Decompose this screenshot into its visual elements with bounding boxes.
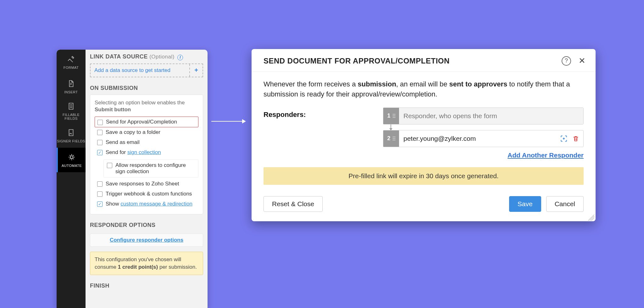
add-data-source[interactable]: Add a data source to get started + (90, 63, 203, 77)
nav-item-fillable-fields[interactable]: FILLABLE FIELDS (57, 99, 86, 123)
nav-label: FORMAT (64, 66, 79, 69)
signer-fields-icon (66, 128, 76, 137)
plus-icon[interactable]: + (189, 64, 203, 77)
responder-input[interactable] (399, 130, 559, 147)
responders-list: 1 2 (383, 107, 584, 159)
add-responder: Add Another Responder (383, 151, 584, 159)
select-responder-icon[interactable] (559, 134, 568, 143)
nav-item-signer-fields[interactable]: SIGNER FIELDS (57, 123, 86, 148)
reset-close-button[interactable]: Reset & Close (264, 196, 323, 212)
close-icon[interactable]: ✕ (577, 56, 587, 66)
info-icon[interactable]: i (177, 55, 183, 60)
responder-input (399, 108, 583, 124)
settings-pane: LINK DATA SOURCE (Optional) i Add a data… (86, 50, 208, 308)
arrow-icon (211, 119, 246, 124)
option-send-for-approval[interactable]: Send for Approval/Completion (95, 117, 198, 127)
cancel-button[interactable]: Cancel (546, 196, 584, 212)
checkbox-checked[interactable] (97, 150, 103, 155)
option-allow-responders-configure[interactable]: Allow responders to configure sign colle… (103, 159, 198, 178)
dialog-header: SEND DOCUMENT FOR APPROVAL/COMPLETION ? … (252, 49, 596, 72)
automate-icon (67, 152, 76, 162)
approval-dialog: SEND DOCUMENT FOR APPROVAL/COMPLETION ? … (252, 49, 596, 221)
checkbox[interactable] (97, 130, 103, 135)
option-send-email[interactable]: Send as email (95, 137, 198, 147)
drag-handle[interactable]: 1 (383, 108, 399, 124)
nav-rail: FORMAT INSERT FILLABLE FIELDS SIGNER FIE… (57, 50, 86, 308)
add-another-responder-link[interactable]: Add Another Responder (508, 151, 584, 159)
nav-item-format[interactable]: FORMAT (57, 50, 86, 74)
configure-responder-link[interactable]: Configure responder options (110, 237, 183, 243)
on-submission-title: ON SUBMISSION (90, 85, 203, 91)
connector-arrow-icon (391, 124, 391, 130)
checkbox-checked[interactable] (97, 201, 103, 207)
dialog-body: Whenever the form receives a submission,… (252, 72, 596, 189)
credit-info: This configuration you've chosen will co… (90, 252, 203, 275)
nav-label: FILLABLE FIELDS (57, 113, 86, 120)
dialog-title: SEND DOCUMENT FOR APPROVAL/COMPLETION (264, 57, 562, 65)
row-actions (559, 130, 583, 147)
checkbox[interactable] (97, 140, 103, 145)
link-data-source-title: LINK DATA SOURCE (Optional) i (90, 53, 203, 60)
nav-label: INSERT (64, 90, 78, 94)
responders-block: Responders: 1 2 (264, 107, 584, 159)
help-icon[interactable]: ? (562, 56, 571, 66)
responder-options-title: RESPONDER OPTIONS (90, 222, 203, 228)
option-show-custom-message[interactable]: Show custom message & redirection (95, 199, 198, 209)
option-save-zoho-sheet[interactable]: Save responses to Zoho Sheet (95, 179, 198, 189)
format-icon (66, 54, 76, 64)
nav-label: SIGNER FIELDS (57, 139, 85, 143)
custom-message-link[interactable]: custom message & redirection (120, 201, 192, 207)
submission-options: Send for Approval/Completion Save a copy… (95, 117, 198, 209)
drag-dots-icon (393, 114, 395, 118)
checkbox[interactable] (97, 181, 103, 187)
option-send-for-sign-collection[interactable]: Send for sign collection (95, 147, 198, 157)
save-button[interactable]: Save (509, 196, 541, 212)
responder-row: 2 (383, 130, 584, 147)
delete-icon[interactable] (572, 135, 580, 142)
on-submission-card: Selecting an option below enables the Su… (90, 95, 203, 215)
responders-label: Responders: (264, 107, 370, 159)
checkbox[interactable] (97, 191, 103, 197)
checkbox[interactable] (107, 163, 112, 168)
option-save-copy[interactable]: Save a copy to a folder (95, 127, 198, 137)
submission-intro: Selecting an option below enables the Su… (95, 99, 198, 114)
add-data-source-label: Add a data source to get started (91, 64, 189, 77)
configure-responder-row[interactable]: Configure responder options (90, 234, 203, 247)
svg-point-0 (70, 156, 73, 159)
responder-row: 1 (383, 107, 584, 124)
nav-item-automate[interactable]: AUTOMATE (57, 148, 86, 172)
sign-collection-link[interactable]: sign collection (127, 149, 161, 155)
settings-panel: FORMAT INSERT FILLABLE FIELDS SIGNER FIE… (57, 50, 208, 308)
nav-item-insert[interactable]: INSERT (57, 74, 86, 99)
drag-dots-icon (393, 136, 395, 140)
dialog-footer: Reset & Close Save Cancel (252, 189, 596, 221)
fillable-fields-icon (66, 102, 76, 111)
resize-grip-icon[interactable] (588, 214, 594, 221)
dialog-intro: Whenever the form receives a submission,… (264, 79, 584, 99)
option-trigger-webhook[interactable]: Trigger webhook & custom functions (95, 189, 198, 199)
checkbox[interactable] (97, 120, 103, 125)
drag-handle[interactable]: 2 (383, 130, 399, 147)
expire-banner: Pre-filled link will expire in 30 days o… (264, 167, 584, 185)
nav-label: AUTOMATE (62, 164, 82, 168)
finish-title: FINISH (90, 283, 203, 289)
insert-icon (66, 79, 76, 88)
